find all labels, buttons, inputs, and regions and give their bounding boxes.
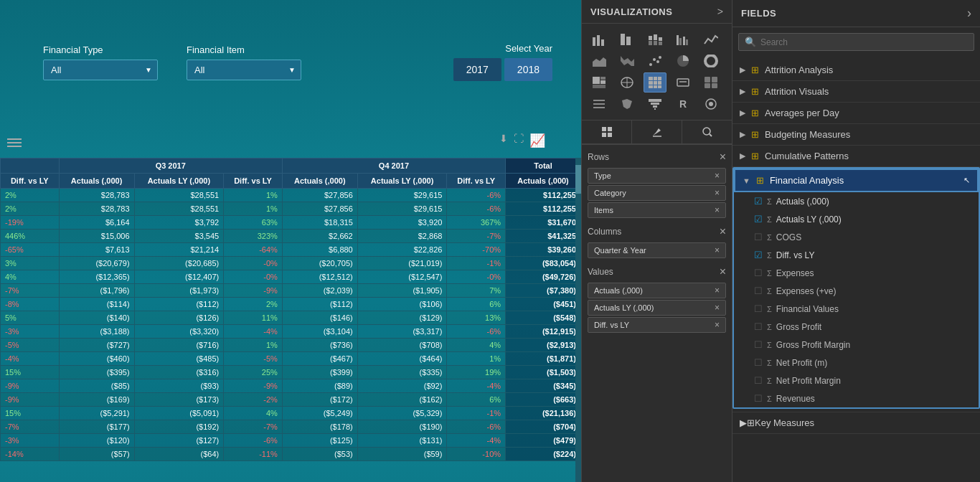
field-cogs[interactable]: ☐ Σ COGS: [734, 228, 979, 246]
svg-rect-38: [677, 79, 689, 86]
field-net-profit-margin[interactable]: ☐ Σ Net Profit Margin: [734, 372, 979, 389]
table-cell: -0%: [224, 257, 283, 270]
bar-chart-icon[interactable]: [588, 29, 611, 49]
field-gross-profit-margin[interactable]: ☐ Σ Gross Profit Margin: [734, 336, 979, 354]
table-cell: ($178): [282, 420, 357, 434]
field-revenues[interactable]: ☐ Σ Revenues: [734, 389, 979, 407]
check-box-icon: ☐: [754, 357, 763, 368]
columns-add-icon[interactable]: ×: [720, 225, 726, 238]
table-cell-total: ($1,503): [506, 366, 581, 379]
field-financial-values[interactable]: ☐ Σ Financial Values: [734, 300, 979, 318]
multi-bar-icon[interactable]: [672, 29, 694, 49]
shape-map-icon[interactable]: [616, 94, 639, 114]
table-cell: -6%: [447, 420, 506, 434]
field-net-profit-m[interactable]: ☐ Σ Net Profit (m): [734, 354, 979, 372]
rows-field-category[interactable]: Category×: [588, 185, 726, 201]
format-tab[interactable]: [632, 120, 682, 143]
field-diff-vs-ly[interactable]: ☑ Σ Diff. vs LY: [734, 246, 979, 264]
card-icon[interactable]: [672, 72, 694, 93]
year-2018-button[interactable]: 2018: [504, 58, 552, 81]
table-cell-total: ($479): [506, 434, 581, 448]
fields-expand-icon[interactable]: ›: [967, 6, 971, 21]
table-cell: ($5,329): [357, 407, 447, 420]
fields-search-input[interactable]: [760, 37, 968, 47]
values-field-actuals-ly[interactable]: Actuals LY (,000)×: [588, 300, 726, 316]
financial-type-label: Financial Type: [43, 44, 158, 55]
group-attrition-visuals-header[interactable]: ▶ ⊞ Attrition Visuals: [732, 81, 980, 102]
rows-field-items[interactable]: Items×: [588, 202, 726, 218]
r-visual-icon[interactable]: R: [672, 94, 694, 114]
svg-rect-56: [608, 133, 612, 137]
rows-add-icon[interactable]: ×: [720, 151, 726, 164]
table-cell: ($3,320): [134, 325, 224, 339]
svg-rect-22: [593, 77, 600, 84]
group-financial-analysis-header[interactable]: ▼ ⊞ Financial Analysis ↖: [734, 169, 979, 192]
table-cell: -0%: [447, 270, 506, 284]
group-attrition-analysis-header[interactable]: ▶ ⊞ Attrition Analysis: [732, 60, 980, 80]
group-cumulative-patterns-header[interactable]: ▶ ⊞ Cumulative Patterns: [732, 146, 980, 166]
expand-icon: ▶: [740, 151, 745, 161]
group-averages-per-day-header[interactable]: ▶ ⊞ Averages per Day: [732, 103, 980, 123]
table-cell: ($131): [357, 434, 447, 448]
group-key-measures-header[interactable]: ▶ ⊞ Key Measures: [732, 412, 980, 433]
table-cell: -7%: [1, 284, 60, 298]
year-2017-button[interactable]: 2017: [453, 58, 501, 81]
columns-field-quarter[interactable]: Quarter & Year×: [588, 242, 726, 258]
table-cell: -9%: [224, 379, 283, 393]
field-expenses[interactable]: ☐ Σ Expenses: [734, 264, 979, 282]
column-chart-icon[interactable]: [616, 29, 639, 49]
financial-type-wrapper[interactable]: All: [43, 60, 158, 80]
kpi-icon[interactable]: [699, 72, 722, 93]
values-add-icon[interactable]: ×: [720, 265, 726, 278]
svg-point-19: [659, 56, 661, 59]
rows-field-type[interactable]: Type×: [588, 168, 726, 184]
fields-search-box[interactable]: 🔍: [738, 33, 974, 51]
table-scrollbar[interactable]: [575, 158, 581, 482]
ribbon-chart-icon[interactable]: [616, 51, 639, 71]
area-chart-icon[interactable]: [588, 51, 611, 71]
field-expenses-pve[interactable]: ☐ Σ Expenses (+ve): [734, 282, 979, 300]
group-key-measures: ▶ ⊞ Key Measures: [732, 412, 980, 434]
values-field-actuals[interactable]: Actuals (,000)×: [588, 283, 726, 298]
svg-rect-42: [705, 83, 710, 88]
chart-icon[interactable]: 📈: [529, 133, 545, 148]
hamburger-icon[interactable]: [7, 136, 22, 149]
table-cell: -2%: [224, 393, 283, 407]
scatter-icon[interactable]: [644, 51, 666, 71]
viz-panel-expand[interactable]: >: [717, 6, 723, 17]
treemap-icon[interactable]: [588, 72, 611, 93]
field-actuals[interactable]: ☑ Σ Actuals (,000): [734, 192, 979, 210]
svg-rect-50: [654, 108, 656, 110]
funnel-icon[interactable]: [644, 94, 666, 114]
field-gross-profit[interactable]: ☐ Σ Gross Profit: [734, 318, 979, 336]
donut-chart-icon[interactable]: [699, 51, 722, 71]
expand-icon[interactable]: ⛶: [514, 133, 524, 148]
line-chart-icon[interactable]: [699, 29, 722, 49]
python-visual-icon[interactable]: [699, 94, 722, 114]
sigma-icon: Σ: [767, 359, 772, 367]
table-cell: ($335): [357, 366, 447, 379]
table-cell: ($5,091): [134, 407, 224, 420]
svg-rect-31: [658, 77, 661, 80]
table-cell: ($3,317): [357, 325, 447, 339]
matrix-icon[interactable]: [644, 72, 666, 93]
scrollbar-thumb[interactable]: [575, 165, 581, 194]
values-field-diff[interactable]: Diff. vs LY×: [588, 317, 726, 333]
analytics-tab[interactable]: [682, 120, 732, 143]
build-tab[interactable]: [582, 120, 632, 143]
columns-zone-header: Columns ×: [588, 222, 726, 241]
group-budgeting-measures-header[interactable]: ▶ ⊞ Budgeting Measures: [732, 124, 980, 145]
field-label: Actuals LY (,000): [776, 214, 842, 225]
group-label: Cumulative Patterns: [765, 151, 849, 161]
table-cell: -8%: [1, 298, 60, 311]
svg-rect-7: [654, 34, 657, 40]
stacked-bar-icon[interactable]: [644, 29, 666, 49]
financial-item-select[interactable]: All: [187, 60, 301, 80]
map-icon[interactable]: [616, 72, 639, 93]
field-actuals-ly[interactable]: ☑ Σ Actuals LY (,000): [734, 210, 979, 228]
financial-type-select[interactable]: All: [43, 60, 158, 80]
download-icon[interactable]: ⬇: [499, 133, 508, 148]
pie-chart-icon[interactable]: [672, 51, 694, 71]
slicer-icon[interactable]: [588, 94, 611, 114]
financial-item-wrapper[interactable]: All: [187, 60, 301, 80]
